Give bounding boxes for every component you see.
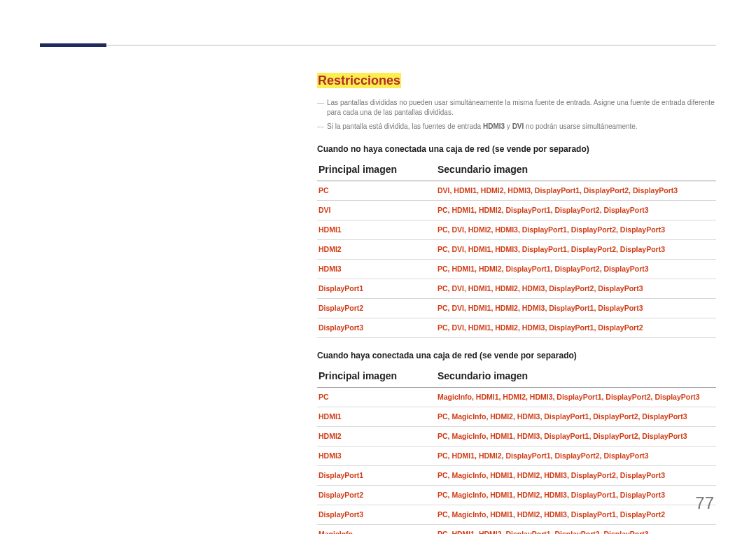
cell-primary-source: MagicInfo	[317, 525, 436, 535]
note-dash-icon: ―	[317, 98, 327, 108]
column-header-secondary: Secundario imagen	[436, 366, 716, 388]
section-heading: Restricciones	[317, 73, 401, 88]
column-header-primary: Principal imagen	[317, 366, 436, 388]
note-text-mid: y	[505, 122, 512, 130]
cell-secondary-sources: PC, MagicInfo, HDMI1, HDMI2, HDMI3, Disp…	[436, 486, 716, 505]
column-header-primary: Principal imagen	[317, 160, 436, 181]
table-row: DisplayPort2PC, DVI, HDMI1, HDMI2, HDMI3…	[317, 299, 716, 318]
table-caption: Cuando haya conectada una caja de red (s…	[317, 351, 716, 360]
cell-secondary-sources: PC, HDMI1, HDMI2, DisplayPort1, DisplayP…	[436, 260, 716, 279]
note-text-pre: Si la pantalla está dividida, las fuente…	[327, 122, 483, 130]
cell-primary-source: DVI	[317, 201, 436, 220]
note-text-post: no podrán usarse simultáneamente.	[524, 122, 637, 130]
cell-primary-source: DisplayPort3	[317, 318, 436, 338]
cell-secondary-sources: DVI, HDMI1, HDMI2, HDMI3, DisplayPort1, …	[436, 181, 716, 201]
page-number: 77	[695, 493, 714, 513]
table-row: DisplayPort1PC, DVI, HDMI1, HDMI2, HDMI3…	[317, 279, 716, 299]
table-row: DisplayPort3PC, MagicInfo, HDMI1, HDMI2,…	[317, 505, 716, 525]
table-row: HDMI3PC, HDMI1, HDMI2, DisplayPort1, Dis…	[317, 447, 716, 466]
cell-secondary-sources: PC, DVI, HDMI1, HDMI3, DisplayPort1, Dis…	[436, 240, 716, 260]
cell-secondary-sources: MagicInfo, HDMI1, HDMI2, HDMI3, DisplayP…	[436, 388, 716, 407]
cell-secondary-sources: PC, MagicInfo, HDMI1, HDMI2, HDMI3, Disp…	[436, 466, 716, 486]
table-row: HDMI1PC, MagicInfo, HDMI2, HDMI3, Displa…	[317, 407, 716, 427]
table-row: HDMI2PC, MagicInfo, HDMI1, HDMI3, Displa…	[317, 427, 716, 447]
cell-secondary-sources: PC, DVI, HDMI1, HDMI2, HDMI3, DisplayPor…	[436, 299, 716, 318]
cell-secondary-sources: PC, DVI, HDMI2, HDMI3, DisplayPort1, Dis…	[436, 220, 716, 240]
cell-primary-source: DisplayPort2	[317, 299, 436, 318]
cell-primary-source: DisplayPort3	[317, 505, 436, 525]
note-dash-icon: ―	[317, 122, 327, 132]
cell-primary-source: PC	[317, 181, 436, 201]
cell-primary-source: HDMI2	[317, 240, 436, 260]
page-body: Restricciones ―Las pantallas divididas n…	[317, 73, 716, 534]
cell-secondary-sources: PC, MagicInfo, HDMI1, HDMI3, DisplayPort…	[436, 427, 716, 447]
cell-secondary-sources: PC, HDMI1, HDMI2, DisplayPort1, DisplayP…	[436, 525, 716, 535]
table-row: DisplayPort3PC, DVI, HDMI1, HDMI2, HDMI3…	[317, 318, 716, 338]
cell-primary-source: DisplayPort1	[317, 279, 436, 299]
table-row: PCMagicInfo, HDMI1, HDMI2, HDMI3, Displa…	[317, 388, 716, 407]
note-1: ―Las pantallas divididas no pueden usar …	[317, 98, 716, 118]
cell-primary-source: PC	[317, 388, 436, 407]
table-row: DisplayPort2PC, MagicInfo, HDMI1, HDMI2,…	[317, 486, 716, 505]
cell-secondary-sources: PC, DVI, HDMI1, HDMI2, HDMI3, DisplayPor…	[436, 279, 716, 299]
table-row: DisplayPort1PC, MagicInfo, HDMI1, HDMI2,…	[317, 466, 716, 486]
input-source-table: Principal imagenSecundario imagenPCMagic…	[317, 366, 716, 534]
header-rule	[40, 45, 716, 45]
column-header-secondary: Secundario imagen	[436, 160, 716, 181]
note-bold-1: HDMI3	[483, 122, 505, 130]
cell-primary-source: HDMI3	[317, 447, 436, 466]
table-row: HDMI2PC, DVI, HDMI1, HDMI3, DisplayPort1…	[317, 240, 716, 260]
cell-secondary-sources: PC, MagicInfo, HDMI2, HDMI3, DisplayPort…	[436, 407, 716, 427]
note-2: ―Si la pantalla está dividida, las fuent…	[317, 122, 716, 132]
cell-primary-source: HDMI1	[317, 407, 436, 427]
note-text: Las pantallas divididas no pueden usar s…	[327, 99, 715, 116]
cell-primary-source: HDMI2	[317, 427, 436, 447]
cell-secondary-sources: PC, HDMI1, HDMI2, DisplayPort1, DisplayP…	[436, 447, 716, 466]
cell-secondary-sources: PC, HDMI1, HDMI2, DisplayPort1, DisplayP…	[436, 201, 716, 220]
cell-primary-source: HDMI3	[317, 260, 436, 279]
cell-secondary-sources: PC, MagicInfo, HDMI1, HDMI2, HDMI3, Disp…	[436, 505, 716, 525]
cell-primary-source: HDMI1	[317, 220, 436, 240]
cell-primary-source: DisplayPort2	[317, 486, 436, 505]
input-source-table: Principal imagenSecundario imagenPCDVI, …	[317, 160, 716, 338]
table-caption: Cuando no haya conectada una caja de red…	[317, 144, 716, 154]
note-bold-2: DVI	[512, 122, 524, 130]
header-accent	[40, 43, 106, 47]
table-row: HDMI3PC, HDMI1, HDMI2, DisplayPort1, Dis…	[317, 260, 716, 279]
table-row: PCDVI, HDMI1, HDMI2, HDMI3, DisplayPort1…	[317, 181, 716, 201]
cell-primary-source: DisplayPort1	[317, 466, 436, 486]
table-row: HDMI1PC, DVI, HDMI2, HDMI3, DisplayPort1…	[317, 220, 716, 240]
table-row: DVIPC, HDMI1, HDMI2, DisplayPort1, Displ…	[317, 201, 716, 220]
table-row: MagicInfoPC, HDMI1, HDMI2, DisplayPort1,…	[317, 525, 716, 535]
cell-secondary-sources: PC, DVI, HDMI1, HDMI2, HDMI3, DisplayPor…	[436, 318, 716, 338]
